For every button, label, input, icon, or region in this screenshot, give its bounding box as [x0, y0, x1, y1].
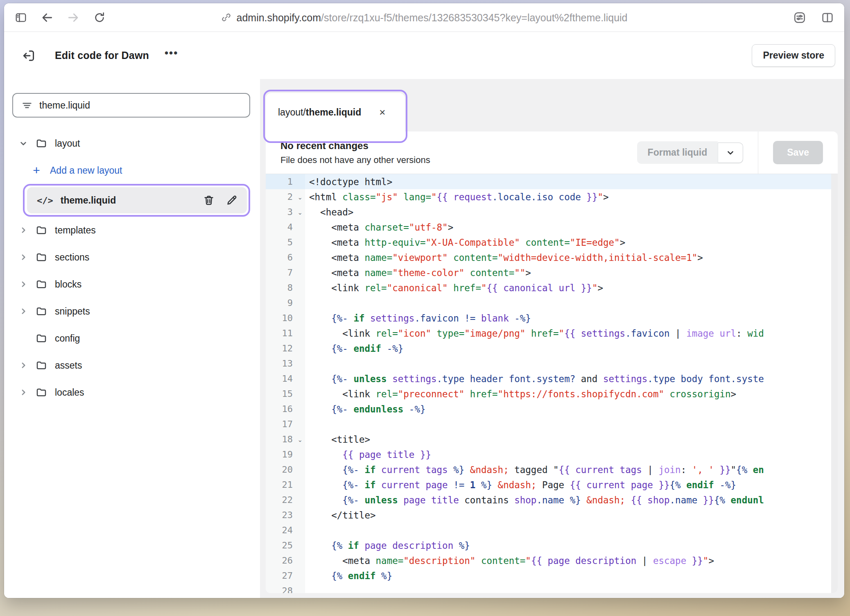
chevron-right-icon[interactable] [17, 360, 29, 371]
code-line-24[interactable]: 24 [266, 523, 831, 538]
preview-store-button[interactable]: Preview store [752, 44, 835, 67]
code-text: <title> [305, 434, 370, 445]
code-line-10[interactable]: 10 {%- if settings.favicon != blank -%} [266, 310, 831, 326]
code-line-25[interactable]: 25 {% if page_description %} [266, 538, 831, 553]
tab-layout-theme-liquid[interactable]: layout/theme.liquid × [266, 93, 405, 131]
code-text: {%- unless page_title contains shop.name… [305, 495, 764, 505]
chevron-right-icon[interactable] [17, 306, 29, 317]
tree-folder-config[interactable]: config [12, 325, 250, 352]
code-line-17[interactable]: 17 [266, 417, 831, 432]
format-liquid-button[interactable]: Format liquid [637, 141, 718, 164]
code-line-20[interactable]: 20 {%- if current_tags %} &ndash; tagged… [266, 462, 831, 477]
chevron-right-icon[interactable] [17, 279, 29, 290]
tree-folder-assets[interactable]: assets [12, 352, 250, 379]
code-line-4[interactable]: 4 <meta charset="utf-8"> [266, 220, 831, 235]
tree-folder-layout[interactable]: layout [12, 130, 250, 157]
code-text: <meta name="theme-color" content=""> [305, 267, 531, 278]
forward-button-icon [66, 11, 80, 25]
line-number: 13 [266, 356, 305, 371]
code-text: {%- if current_tags %} &ndash; tagged "{… [305, 464, 764, 475]
code-line-5[interactable]: 5 <meta http-equiv="X-UA-Compatible" con… [266, 235, 831, 250]
code-text: <meta http-equiv="X-UA-Compatible" conte… [305, 237, 625, 248]
save-button: Save [773, 141, 823, 164]
url-path: /store/rzq1xu-f5/themes/132683530345?key… [321, 11, 627, 23]
code-text: <link rel="icon" type="image/png" href="… [305, 328, 764, 339]
chevron-right-icon[interactable] [17, 252, 29, 263]
line-number: 26 [266, 553, 305, 568]
code-text: {%- unless settings.type_header_font.sys… [305, 374, 764, 384]
line-number: 21 [266, 477, 305, 492]
add-layout-action[interactable]: +Add a new layout [12, 157, 250, 184]
code-line-7[interactable]: 7 <meta name="theme-color" content=""> [266, 265, 831, 280]
code-line-11[interactable]: 11 <link rel="icon" type="image/png" hre… [266, 326, 831, 341]
code-line-18[interactable]: 18⌄ <title> [266, 432, 831, 447]
fold-toggle-icon[interactable]: ⌄ [297, 436, 303, 444]
line-number: 17 [266, 417, 305, 432]
version-status: No recent changes [280, 140, 430, 152]
rename-file-icon[interactable] [226, 194, 238, 206]
line-number: 5 [266, 235, 305, 250]
tree-folder-snippets[interactable]: snippets [12, 298, 250, 325]
code-line-23[interactable]: 23 </title> [266, 507, 831, 523]
code-line-13[interactable]: 13 [266, 356, 831, 371]
code-line-15[interactable]: 15 <link rel="preconnect" href="https://… [266, 386, 831, 401]
folder-icon [34, 359, 48, 371]
file-search-box[interactable] [12, 93, 250, 118]
tab-close-icon[interactable]: × [378, 105, 387, 119]
tree-file-theme-liquid[interactable]: </>theme.liquid [27, 187, 247, 213]
line-number: 8 [266, 280, 305, 295]
code-line-22[interactable]: 22 {%- unless page_title contains shop.n… [266, 492, 831, 507]
code-line-16[interactable]: 16 {%- endunless -%} [266, 401, 831, 417]
code-text: <link rel="canonical" href="{{ canonical… [305, 283, 603, 293]
chevron-down-icon[interactable] [17, 138, 29, 149]
folder-icon [34, 137, 48, 149]
code-line-6[interactable]: 6 <meta name="viewport" content="width=d… [266, 250, 831, 265]
code-line-28[interactable]: 28 [266, 583, 831, 593]
editor-card: No recent changes File does not have any… [266, 131, 838, 593]
code-line-26[interactable]: 26 <meta name="description" content="{{ … [266, 553, 831, 568]
code-text: <meta name="viewport" content="width=dev… [305, 252, 703, 263]
format-dropdown-icon[interactable] [718, 143, 743, 163]
chevron-right-icon[interactable] [17, 225, 29, 236]
code-line-2[interactable]: 2⌄<html class="js" lang="{{ request.loca… [266, 189, 831, 204]
sidebar-toggle-icon[interactable] [14, 11, 28, 25]
fold-toggle-icon[interactable]: ⌄ [297, 209, 303, 216]
reload-icon[interactable] [93, 11, 106, 25]
code-line-8[interactable]: 8 <link rel="canonical" href="{{ canonic… [266, 280, 831, 295]
tree-folder-sections[interactable]: sections [12, 244, 250, 271]
address-bar[interactable]: admin.shopify.com/store/rzq1xu-f5/themes… [221, 11, 628, 23]
code-line-12[interactable]: 12 {%- endif -%} [266, 341, 831, 356]
line-number: 14 [266, 371, 305, 386]
code-line-9[interactable]: 9 [266, 295, 831, 310]
code-line-14[interactable]: 14 {%- unless settings.type_header_font.… [266, 371, 831, 386]
tree-folder-templates[interactable]: templates [12, 217, 250, 244]
code-editor[interactable]: 1<!doctype html>2⌄<html class="js" lang=… [266, 174, 838, 593]
code-line-1[interactable]: 1<!doctype html> [266, 174, 831, 189]
code-text: <link rel="preconnect" href="https://fon… [305, 389, 736, 399]
browser-window: admin.shopify.com/store/rzq1xu-f5/themes… [4, 3, 844, 598]
chevron-right-icon[interactable] [17, 387, 29, 398]
code-text: {%- endif -%} [305, 343, 403, 354]
tree-folder-blocks[interactable]: blocks [12, 271, 250, 298]
more-options-button[interactable]: ••• [161, 47, 181, 64]
exit-editor-icon[interactable] [20, 47, 38, 65]
code-line-3[interactable]: 3⌄ <head> [266, 204, 831, 220]
search-input[interactable] [39, 100, 241, 111]
line-number: 23 [266, 507, 305, 523]
app-header: Edit code for Dawn ••• Preview store [4, 32, 844, 79]
split-view-icon[interactable] [821, 11, 834, 25]
code-line-21[interactable]: 21 {%- if current_page != 1 %} &ndash; P… [266, 477, 831, 492]
line-number: 9 [266, 295, 305, 310]
delete-file-icon[interactable] [203, 194, 215, 206]
line-number: 22 [266, 492, 305, 507]
line-number: 12 [266, 341, 305, 356]
tree-folder-locales[interactable]: locales [12, 379, 250, 406]
page-settings-icon[interactable] [793, 11, 807, 25]
code-line-19[interactable]: 19 {{ page_title }} [266, 447, 831, 462]
line-number: 28 [266, 583, 305, 593]
code-line-27[interactable]: 27 {% endif %} [266, 568, 831, 583]
url-text: admin.shopify.com/store/rzq1xu-f5/themes… [237, 11, 628, 23]
scrollbar-track[interactable] [831, 174, 838, 593]
fold-toggle-icon[interactable]: ⌄ [297, 194, 303, 201]
back-button-icon[interactable] [40, 11, 54, 25]
